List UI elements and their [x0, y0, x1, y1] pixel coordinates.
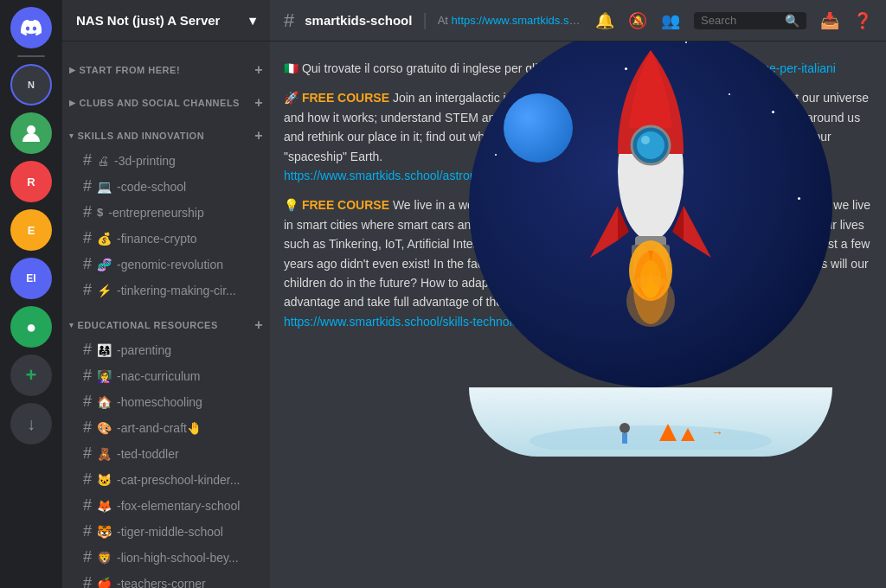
- server-icon-3[interactable]: E: [10, 209, 52, 251]
- category-start[interactable]: ▶ START FROM HERE! +: [62, 48, 270, 81]
- bulb-emoji: 💡: [284, 198, 299, 212]
- category-start-label: START FROM HERE!: [80, 65, 181, 75]
- svg-point-0: [27, 125, 35, 134]
- channel-homeschooling[interactable]: # 🏠 -homeschooling: [69, 389, 263, 414]
- channel-header-desc: At https://www.smartkids.school/we offer…: [438, 14, 585, 27]
- channel-name: -homeschooling: [117, 395, 202, 409]
- channel-art-and-craft[interactable]: # 🎨 -art-and-craft🤚: [69, 415, 263, 440]
- channel-nac-curriculum[interactable]: # 👩‍🏫 -nac-curriculum: [69, 363, 263, 388]
- channel-prefix: At: [438, 14, 452, 27]
- category-skills-plus[interactable]: +: [254, 128, 263, 144]
- search-icon: 🔍: [785, 14, 799, 28]
- free-course-badge-1: FREE COURSE: [302, 91, 389, 105]
- channel-hash-icon: #: [83, 496, 92, 514]
- server-icon-1[interactable]: [10, 112, 52, 154]
- help-icon[interactable]: ❓: [853, 11, 872, 30]
- channel-name: -finance-crypto: [117, 232, 197, 246]
- category-educational-plus[interactable]: +: [254, 317, 263, 333]
- message-1-link[interactable]: https://www.smartkids.school/inglese-per…: [579, 61, 836, 75]
- channel-name: -ted-toddler: [117, 447, 179, 461]
- svg-point-14: [530, 425, 772, 450]
- header-icons: 🔔 🔕 👥 🔍 📥 ❓: [595, 11, 872, 30]
- svg-marker-17: [659, 424, 677, 441]
- channel-genomic-revolution[interactable]: # 🧬 -genomic-revolution: [69, 252, 263, 277]
- category-skills[interactable]: ▾ SKILLS AND INNOVATION +: [62, 114, 270, 147]
- channel-tinkering[interactable]: # ⚡ -tinkering-making-cir...: [69, 278, 263, 303]
- category-educational[interactable]: ▾ EDUCATIONAL RESOURCES +: [62, 304, 270, 336]
- message-3: 💡 FREE COURSE We live in a world driven …: [284, 192, 872, 335]
- members-icon[interactable]: 👥: [661, 11, 680, 30]
- category-skills-label: SKILLS AND INNOVATION: [78, 131, 205, 141]
- free-course-badge-2: FREE COURSE: [302, 198, 389, 212]
- channel-hash-icon: #: [83, 151, 92, 169]
- messages-area: 🇮🇹 Qui trovate il corso gratuito di ingl…: [270, 42, 886, 588]
- channel-finance-crypto[interactable]: # 💰 -finance-crypto: [69, 226, 263, 251]
- message-2-link[interactable]: https://www.smartkids.school/astronomy-u…: [284, 169, 625, 182]
- channel-entrepreneurship[interactable]: # $ -entrepreneurship: [69, 200, 263, 225]
- channel-name: -nac-curriculum: [117, 369, 200, 383]
- server-icon-add[interactable]: +: [10, 355, 52, 396]
- channel-hash-icon: #: [83, 419, 92, 437]
- category-skills-arrow: ▾: [69, 131, 74, 140]
- channel-header: # smartkids-school | At https://www.smar…: [270, 0, 886, 42]
- server-icon-4[interactable]: EI: [10, 258, 52, 299]
- channel-name: -code-school: [117, 180, 186, 194]
- channel-3d-printing[interactable]: # 🖨 -3d-printing: [69, 148, 263, 173]
- inbox-icon[interactable]: 📥: [820, 11, 839, 30]
- server-name: NAS Not (just) A Server: [76, 13, 220, 28]
- channel-cat-preschool[interactable]: # 🐱 -cat-preschool-kinder...: [69, 467, 263, 492]
- svg-rect-16: [622, 433, 627, 444]
- channel-teachers-corner[interactable]: # 🍎 -teachers-corner: [69, 571, 263, 588]
- svg-text:→: →: [711, 425, 723, 439]
- rocket-emoji: 🚀: [284, 91, 299, 105]
- nas-server-icon[interactable]: N: [10, 64, 52, 105]
- message-1-text: Qui trovate il corso gratuito di inglese…: [302, 61, 579, 75]
- server-header[interactable]: NAS Not (just) A Server ▾: [62, 0, 270, 42]
- bell-mute-icon[interactable]: 🔕: [628, 11, 647, 30]
- message-3-text: We live in a world driven by technology …: [284, 198, 870, 309]
- category-clubs[interactable]: ▶ CLUBS AND SOCIAL CHANNELS +: [62, 81, 270, 114]
- server-icon-download[interactable]: ↓: [10, 403, 52, 444]
- message-2: 🚀 FREE COURSE Join an intergalactic jour…: [284, 85, 872, 189]
- server-icon-2[interactable]: R: [10, 161, 52, 202]
- channel-fox-elementary[interactable]: # 🦊 -fox-elementary-school: [69, 493, 263, 518]
- category-clubs-plus[interactable]: +: [254, 95, 263, 111]
- channel-header-divider: |: [422, 10, 427, 30]
- channel-name: -tinkering-making-cir...: [117, 284, 236, 297]
- category-plus[interactable]: +: [254, 62, 263, 78]
- message-3-link[interactable]: https://www.smartkids.school/skills-tech…: [284, 315, 664, 329]
- main-content: # smartkids-school | At https://www.smar…: [270, 0, 886, 588]
- channel-name: -entrepreneurship: [108, 206, 204, 220]
- channel-name: -fox-elementary-school: [117, 499, 240, 513]
- channel-name: -genomic-revolution: [117, 258, 223, 272]
- server-separator: [17, 55, 45, 57]
- channel-hash-icon: #: [83, 444, 92, 463]
- category-educational-arrow: ▾: [69, 321, 74, 329]
- channel-hash-icon: #: [83, 203, 92, 221]
- search-input[interactable]: [701, 14, 780, 27]
- channel-hash-icon: #: [83, 522, 92, 540]
- channel-tiger-middle[interactable]: # 🐯 -tiger-middle-school: [69, 519, 263, 544]
- server-chevron: ▾: [249, 13, 256, 29]
- channel-lion-high-school[interactable]: # 🦁 -lion-high-school-bey...: [69, 545, 263, 570]
- channel-header-name: smartkids-school: [305, 13, 412, 28]
- channel-code-school[interactable]: # 💻 -code-school: [69, 174, 263, 199]
- channel-list: ▶ START FROM HERE! + ▶ CLUBS AND SOCIAL …: [62, 42, 270, 588]
- channel-header-hash-icon: #: [284, 10, 294, 32]
- channel-hash-icon: #: [83, 574, 92, 588]
- discord-server-icon[interactable]: [10, 7, 52, 48]
- channel-parenting[interactable]: # 👨‍👩‍👧 -parenting: [69, 337, 263, 362]
- server-icon-5[interactable]: ●: [10, 306, 52, 348]
- channel-ted-toddler[interactable]: # 🧸 -ted-toddler: [69, 441, 263, 466]
- channel-name: -tiger-middle-school: [117, 525, 223, 539]
- category-arrow: ▶: [69, 66, 76, 74]
- channel-hash-icon: #: [83, 177, 92, 195]
- channel-url-link[interactable]: https://www.smartkids.school/: [452, 14, 585, 27]
- channel-hash-icon: #: [83, 281, 92, 299]
- search-bar[interactable]: 🔍: [694, 12, 806, 29]
- channel-hash-icon: #: [83, 341, 92, 359]
- bell-icon[interactable]: 🔔: [595, 11, 614, 30]
- channel-hash-icon: #: [83, 229, 92, 247]
- channel-name: -art-and-craft🤚: [117, 421, 202, 435]
- channel-hash-icon: #: [83, 470, 92, 489]
